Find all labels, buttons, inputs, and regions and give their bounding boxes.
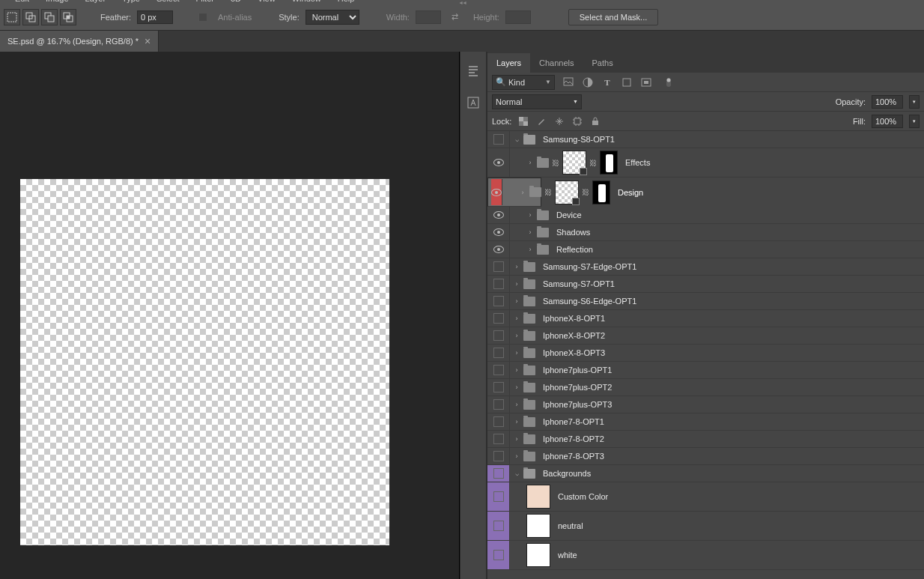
filter-kind-dropdown[interactable]: 🔍Kind ▼ <box>492 75 555 90</box>
layer-row[interactable]: ›Samsung-S6-Edge-OPT1 <box>487 293 924 310</box>
layers-list[interactable]: ⌵Samsung-S8-OPT1›⛓⛓Effects›⛓⛓Design›Devi… <box>487 131 924 579</box>
filter-toggle-switch[interactable] <box>663 76 675 88</box>
layer-row[interactable]: ›IphoneX-8-OPT2 <box>487 327 924 345</box>
layer-name[interactable]: Backgrounds <box>543 469 591 478</box>
lock-position-icon[interactable] <box>553 115 565 127</box>
layer-visibility-toggle[interactable] <box>487 207 510 223</box>
layer-thumbnail[interactable] <box>555 181 579 204</box>
layer-visibility-toggle[interactable] <box>487 148 510 177</box>
layer-visibility-toggle[interactable] <box>487 345 510 361</box>
layer-row[interactable]: ›Iphone7plus-OPT2 <box>487 379 924 396</box>
layer-name[interactable]: neutral <box>558 521 583 530</box>
fill-flyout-icon[interactable]: ▾ <box>909 115 920 128</box>
layer-thumbnail[interactable] <box>526 485 550 509</box>
layer-row[interactable]: ›IphoneX-8-OPT1 <box>487 310 924 327</box>
layer-name[interactable]: Design <box>618 188 643 197</box>
layer-visibility-toggle[interactable] <box>487 431 510 447</box>
layer-visibility-toggle[interactable] <box>487 482 510 511</box>
chevron-right-icon[interactable]: › <box>526 159 534 166</box>
chevron-right-icon[interactable]: › <box>513 418 520 425</box>
layer-mask-thumbnail[interactable] <box>600 151 618 175</box>
lock-pixels-icon[interactable] <box>535 115 547 127</box>
layer-name[interactable]: Iphone7plus-OPT3 <box>543 400 612 409</box>
layer-thumbnail[interactable] <box>526 543 550 567</box>
chevron-right-icon[interactable]: › <box>513 401 520 408</box>
lock-all-icon[interactable] <box>589 115 601 127</box>
layer-visibility-toggle[interactable] <box>487 396 510 413</box>
selection-new-icon[interactable] <box>4 9 20 25</box>
layer-name[interactable]: Effects <box>625 158 650 167</box>
layer-visibility-toggle[interactable] <box>487 512 510 540</box>
layer-visibility-toggle[interactable] <box>491 179 502 205</box>
layer-name[interactable]: Custom Color <box>558 492 608 501</box>
layer-name[interactable]: Samsung-S8-OPT1 <box>543 135 615 144</box>
tab-layers[interactable]: Layers <box>487 53 530 73</box>
selection-subtract-icon[interactable] <box>41 9 58 25</box>
layer-row[interactable]: ⌵Samsung-S8-OPT1 <box>487 131 924 148</box>
chevron-right-icon[interactable]: › <box>526 211 534 219</box>
fill-input[interactable]: 100% <box>872 115 903 128</box>
layer-row[interactable]: ›⛓⛓Design <box>487 178 541 207</box>
layer-name[interactable]: Reflection <box>556 245 593 254</box>
layer-visibility-toggle[interactable] <box>487 379 510 395</box>
filter-smart-icon[interactable] <box>640 76 652 88</box>
layer-visibility-toggle[interactable] <box>487 362 510 378</box>
paragraph-styles-icon[interactable] <box>466 64 481 79</box>
chevron-right-icon[interactable]: › <box>513 349 520 357</box>
tab-channels[interactable]: Channels <box>530 53 583 73</box>
layer-row[interactable]: ›Samsung-S7-OPT1 <box>487 276 924 293</box>
layer-row[interactable]: ›Iphone7plus-OPT3 <box>487 396 924 413</box>
layer-row[interactable]: ›⛓⛓Effects <box>487 148 924 178</box>
layer-visibility-toggle[interactable] <box>487 310 510 327</box>
lock-artboard-icon[interactable] <box>571 115 583 127</box>
tab-paths[interactable]: Paths <box>583 53 622 73</box>
chevron-right-icon[interactable]: › <box>519 189 526 196</box>
layer-row[interactable]: ›IphoneX-8-OPT3 <box>487 345 924 362</box>
layer-row[interactable]: ⌵Backgrounds <box>487 465 924 482</box>
layer-row[interactable]: neutral <box>487 512 924 541</box>
chevron-right-icon[interactable]: › <box>513 280 520 288</box>
layer-visibility-toggle[interactable] <box>487 541 510 569</box>
layer-row[interactable]: ›Iphone7-8-OPT1 <box>487 413 924 431</box>
document-canvas[interactable] <box>20 179 389 545</box>
layer-row[interactable]: ›Reflection <box>487 241 924 258</box>
glyphs-panel-icon[interactable] <box>466 95 481 110</box>
layer-name[interactable]: Device <box>556 210 582 219</box>
chevron-right-icon[interactable]: › <box>513 384 520 391</box>
layer-name[interactable]: white <box>558 551 577 560</box>
layer-name[interactable]: IphoneX-8-OPT3 <box>543 348 605 357</box>
layer-visibility-toggle[interactable] <box>487 258 510 275</box>
chevron-right-icon[interactable]: › <box>526 228 534 236</box>
document-tab[interactable]: SE.psd @ 16.7% (Design, RGB/8) * × <box>0 31 159 52</box>
layer-name[interactable]: Samsung-S7-Edge-OPT1 <box>543 262 636 271</box>
layer-row[interactable]: white <box>487 541 924 570</box>
selection-add-icon[interactable] <box>22 9 39 25</box>
layer-thumbnail[interactable] <box>562 151 586 175</box>
layer-name[interactable]: Samsung-S6-Edge-OPT1 <box>543 297 636 306</box>
style-select[interactable]: Normal <box>306 10 359 25</box>
layer-row[interactable]: ›Samsung-S7-Edge-OPT1 <box>487 258 924 276</box>
layer-visibility-toggle[interactable] <box>487 276 510 292</box>
chevron-right-icon[interactable]: › <box>513 366 520 374</box>
select-and-mask-button[interactable]: Select and Mask... <box>568 9 659 25</box>
layer-thumbnail[interactable] <box>526 514 550 538</box>
chevron-right-icon[interactable]: › <box>513 315 520 322</box>
chevron-right-icon[interactable]: › <box>513 452 520 460</box>
layer-visibility-toggle[interactable] <box>487 327 510 344</box>
layer-row[interactable]: ›Iphone7-8-OPT2 <box>487 431 924 448</box>
chevron-right-icon[interactable]: › <box>526 246 534 253</box>
chevron-right-icon[interactable]: › <box>513 332 520 339</box>
lock-transparency-icon[interactable] <box>517 115 529 127</box>
layer-mask-thumbnail[interactable] <box>592 181 610 204</box>
layer-name[interactable]: Iphone7-8-OPT3 <box>543 452 604 461</box>
filter-type-icon[interactable]: T <box>601 76 613 88</box>
expand-panels-icon[interactable] <box>0 0 924 7</box>
layer-name[interactable]: IphoneX-8-OPT2 <box>543 331 605 340</box>
filter-shape-icon[interactable] <box>621 76 633 88</box>
chevron-right-icon[interactable]: › <box>513 263 520 270</box>
feather-input[interactable] <box>137 10 173 24</box>
layer-visibility-toggle[interactable] <box>487 131 510 148</box>
layer-row[interactable]: ›Shadows <box>487 224 924 241</box>
layer-name[interactable]: Samsung-S7-OPT1 <box>543 279 615 288</box>
layer-visibility-toggle[interactable] <box>487 448 510 464</box>
